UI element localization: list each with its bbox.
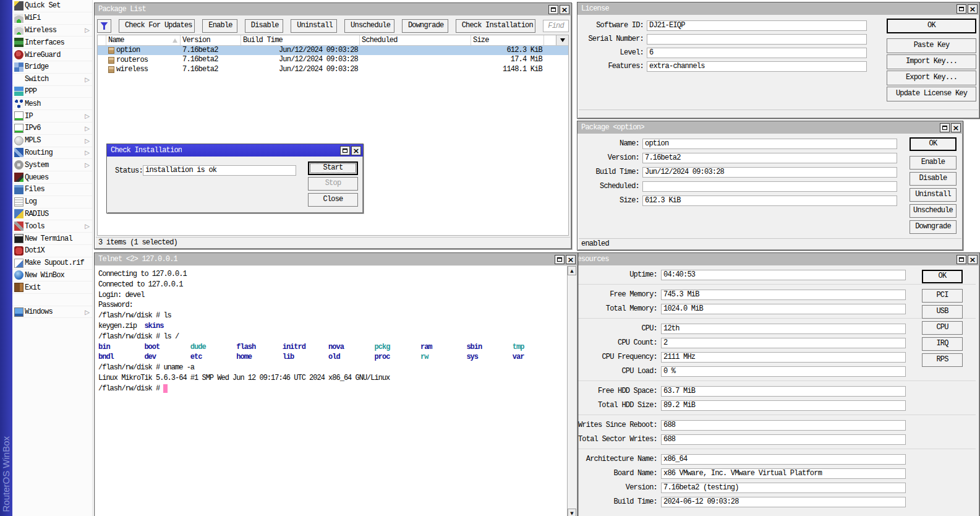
export-key-button[interactable]: Export Key... [887,71,976,85]
field-features[interactable]: extra-channels [647,61,867,72]
resources-titlebar[interactable]: Resources × [569,253,979,265]
field-total-sector-writes[interactable]: 688 [661,434,906,445]
maximize-icon[interactable] [555,255,565,264]
paste-key-button[interactable]: Paste Key [887,38,976,53]
sidebar-item-bridge[interactable]: Bridge [12,61,92,74]
enable-button[interactable]: Enable [910,156,957,170]
sidebar-item-queues[interactable]: Queues [12,171,92,184]
package-option-titlebar[interactable]: Package <option> × [577,121,963,134]
field-free-memory[interactable]: 745.3 MiB [661,290,906,300]
unschedule-button[interactable]: Unschedule [344,19,394,33]
field-free-hdd-space[interactable]: 63.7 MiB [661,386,906,397]
field-total-memory[interactable]: 1024.0 MiB [661,304,906,314]
column-header-name[interactable]: Name [106,35,181,45]
maximize-icon[interactable] [940,123,950,132]
close-icon[interactable]: × [351,146,361,155]
field-architecture-name[interactable]: x86_64 [661,454,906,465]
irq-button[interactable]: IRQ [922,337,963,351]
sidebar-item-mesh[interactable]: Mesh [12,98,92,110]
import-key-button[interactable]: Import Key... [887,54,976,69]
close-icon[interactable]: × [968,4,978,14]
unschedule-button[interactable]: Unschedule [910,204,957,218]
sidebar-item-ip[interactable]: IP▷ [12,110,92,123]
ok-button[interactable]: OK [887,19,976,33]
sidebar-item-ppp[interactable]: PPP [12,86,92,98]
field-build-time[interactable]: Jun/12/2024 09:03:28 [642,167,897,178]
package-list-titlebar[interactable]: Package List × [95,3,571,15]
field-software-id[interactable]: DJ21-EIQP [647,20,867,31]
field-cpu[interactable]: 12th [661,324,906,334]
close-icon[interactable]: × [560,5,569,14]
field-cpu-frequency[interactable]: 2111 MHz [661,352,906,363]
status-field[interactable]: installation is ok [143,165,296,176]
sidebar-item-switch[interactable]: Switch▷ [12,74,92,86]
field-board-name[interactable]: x86 VMware, Inc. VMware Virtual Platform [661,468,906,479]
sidebar-item-routing[interactable]: Routing▷ [12,147,92,160]
maximize-icon[interactable] [957,4,966,14]
maximize-icon[interactable] [340,146,350,155]
field-total-hdd-size[interactable]: 89.2 MiB [661,400,906,411]
start-button[interactable]: Start [308,161,358,175]
terminal-output[interactable]: Connecting to 127.0.0.1Connected to 127.… [96,266,567,516]
sidebar-item-wifi[interactable]: WiFi [12,12,92,25]
sidebar-item-wireguard[interactable]: WireGuard [12,49,92,61]
sidebar-item-system[interactable]: System▷ [12,159,92,171]
pci-button[interactable]: PCI [922,289,963,303]
license-titlebar[interactable]: License × [577,2,979,15]
uninstall-button[interactable]: Uninstall [291,19,337,33]
sidebar-item-exit[interactable]: Exit [12,282,92,294]
field-level[interactable]: 6 [647,48,867,58]
sidebar-item-files[interactable]: Files [12,184,92,196]
sidebar-item-mpls[interactable]: MPLS▷ [12,135,92,147]
update-license-key-button[interactable]: Update License Key [887,87,976,101]
sidebar-item-tools[interactable]: Tools▷ [12,220,92,233]
field-serial-number[interactable] [647,34,867,45]
sidebar-item-windows[interactable]: Windows▷ [12,306,92,318]
downgrade-button[interactable]: Downgrade [402,19,448,33]
field-size[interactable]: 612.3 KiB [642,196,897,206]
terminal-scrollbar[interactable]: ▲ ▼ [567,266,576,516]
sidebar-item-new-terminal[interactable]: New Terminal [12,233,92,245]
field-scheduled[interactable] [642,181,897,192]
maximize-icon[interactable] [957,255,966,264]
close-icon[interactable]: × [951,123,961,132]
telnet-titlebar[interactable]: Telnet <2> 127.0.0.1 × [95,253,577,265]
field-version[interactable]: 7.16beta2 [642,153,897,163]
field-version[interactable]: 7.16beta2 (testing) [661,483,906,493]
column-header-scheduled[interactable]: Scheduled [360,35,471,45]
sidebar-item-new-winbox[interactable]: New WinBox [12,270,92,282]
check-for-updates-button[interactable]: Check For Updates [119,19,195,33]
maximize-icon[interactable] [548,5,558,14]
cpu-button[interactable]: CPU [922,321,963,335]
enable-button[interactable]: Enable [202,19,237,33]
scroll-down-icon[interactable]: ▼ [568,509,576,516]
close-button[interactable]: Close [308,193,358,207]
sidebar-item-wireless[interactable]: Wireless▷ [12,25,92,37]
stop-button[interactable]: Stop [308,177,358,191]
ok-button[interactable]: OK [922,270,963,283]
field-cpu-count[interactable]: 2 [661,338,906,348]
usb-button[interactable]: USB [922,305,963,319]
sidebar-item-dot1x[interactable]: Dot1X [12,245,92,257]
check-installation-titlebar[interactable]: Check Installation × [107,144,363,157]
sidebar-item-log[interactable]: Log [12,196,92,209]
disable-button[interactable]: Disable [910,172,957,186]
close-icon[interactable]: × [566,255,576,264]
field-name[interactable]: option [642,139,897,149]
field-uptime[interactable]: 04:40:53 [661,270,906,280]
filter-button[interactable] [97,19,111,33]
disable-button[interactable]: Disable [245,19,284,33]
downgrade-button[interactable]: Downgrade [910,220,957,234]
close-icon[interactable]: × [968,255,978,264]
column-header-version[interactable]: Version [181,35,241,45]
sidebar-item-radius[interactable]: RADIUS [12,209,92,221]
ok-button[interactable]: OK [910,137,957,151]
field-build-time[interactable]: 2024-06-12 09:03:28 [661,497,906,507]
scroll-up-icon[interactable]: ▲ [568,266,576,275]
uninstall-button[interactable]: Uninstall [910,188,957,202]
sidebar-item-interfaces[interactable]: Interfaces [12,37,92,49]
column-header-build-time[interactable]: Build Time [241,35,360,45]
sidebar-item-quick-set[interactable]: Quick Set [12,0,92,12]
sidebar-item-make-supout-rif[interactable]: Make Supout.rif [12,257,92,270]
field-sector-writes-since-reboot[interactable]: 688 [661,420,906,431]
